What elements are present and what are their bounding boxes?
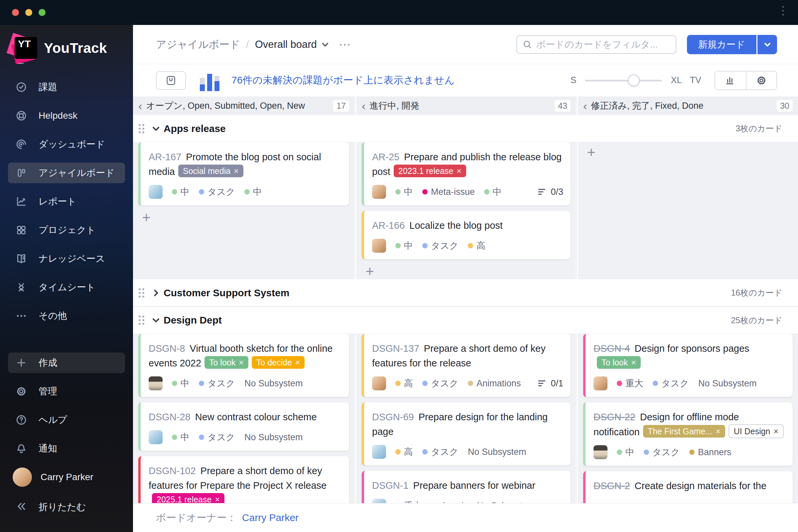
card-field[interactable]: No Subsystem [698,378,757,389]
sidebar-item-reports[interactable]: レポート [8,191,125,212]
tag-remove-icon[interactable]: × [774,426,779,437]
card-field[interactable]: No Subsystem [244,378,303,389]
add-card-button[interactable]: + [584,146,598,159]
breadcrumb-agile-boards[interactable]: アジャイルボード [156,38,240,52]
card-dsgn-8[interactable]: DSGN-8Virtual booth sketch for the onlin… [138,334,349,397]
assignee-avatar[interactable] [372,445,386,459]
add-card-button[interactable]: + [139,211,154,224]
collapse-column-icon[interactable]: ‹ [138,100,142,111]
card-size-slider-thumb[interactable] [628,75,640,87]
tag-remove-icon[interactable]: × [716,426,721,437]
tag-remove-icon[interactable]: × [457,166,461,176]
card-field[interactable]: Animations [468,378,521,389]
card-field[interactable]: 中 [244,186,262,198]
sidebar-item-agile-boards[interactable]: アジャイルボード [8,163,125,183]
card-field[interactable]: 重大 [617,377,643,390]
subtasks-counter[interactable]: 0/1 [538,378,563,389]
card-dsgn-1[interactable]: DSGN-1Prepare banners for webinar重大タスクNo… [362,471,571,503]
assignee-avatar[interactable] [149,430,163,444]
tag-remove-icon[interactable]: × [631,357,636,368]
sidebar-item-dashboards[interactable]: ダッシュボード [8,134,125,155]
board-name-selector[interactable]: Overall board [255,39,329,51]
collapse-column-icon[interactable]: ‹ [583,100,587,111]
sidebar-item-timesheets[interactable]: タイムシート [8,277,125,298]
assignee-avatar[interactable] [593,445,607,459]
board-chart-button[interactable] [715,72,746,90]
sidebar-item-knowledge-base[interactable]: ナレッジベース [8,248,125,269]
card-field[interactable]: タスク [422,377,458,390]
card-field[interactable]: タスク [422,446,458,458]
card-dsgn-69[interactable]: DSGN-69Prepare design for the landing pa… [362,402,571,466]
tag-remove-icon[interactable]: × [239,357,244,368]
card-field[interactable]: タスク [422,240,458,252]
tv-mode-button[interactable]: TV [690,75,701,86]
card-field[interactable]: タスク [653,377,689,390]
window-menu-icon[interactable]: ⋮ [777,5,789,16]
card-field[interactable]: 中 [617,446,634,458]
card-field[interactable]: No Subsystem [468,447,526,457]
sidebar-item-administration[interactable]: 管理 [8,381,125,402]
board-owner-link[interactable]: Carry Parker [242,512,299,524]
drag-handle-icon[interactable] [139,316,144,325]
card-tag[interactable]: To look× [205,356,248,369]
board-settings-button[interactable] [746,72,776,90]
collapse-swimlane-icon[interactable] [151,124,161,133]
board-more-options-icon[interactable]: ⋯ [339,38,352,52]
card-field[interactable]: 高 [468,240,486,252]
card-field[interactable]: タスク [431,500,468,503]
close-window-button[interactable] [12,9,19,16]
card-field[interactable]: 中 [172,186,190,198]
new-card-dropdown-button[interactable] [757,35,777,54]
card-field[interactable]: 中 [395,240,413,252]
card-field[interactable]: 高 [395,377,413,390]
assignee-avatar[interactable] [149,185,163,199]
minimize-window-button[interactable] [25,9,32,16]
sidebar-item-more[interactable]: その他 [8,306,125,326]
new-card-button[interactable]: 新規カード [687,35,757,54]
tag-remove-icon[interactable]: × [215,494,220,503]
card-field[interactable]: 重大 [395,500,422,503]
card-tag[interactable]: UI Design× [728,424,784,438]
add-card-button[interactable]: + [362,265,377,278]
create-button[interactable]: 作成 [8,353,125,373]
card-field[interactable]: 高 [395,446,413,458]
card-dsgn-137[interactable]: DSGN-137Prepare a short demo of key feat… [362,334,571,397]
card-field[interactable]: 中 [395,186,413,198]
expand-swimlane-icon[interactable] [151,288,161,298]
assignee-avatar[interactable] [372,239,386,253]
sidebar-item-notifications[interactable]: 通知 [8,438,125,459]
card-tag[interactable]: 2023.1 release× [394,165,466,177]
hidden-issues-link[interactable]: 76件の未解決の課題がボード上に表示されません [231,74,455,87]
card-tag[interactable]: To look× [597,356,641,369]
assignee-avatar[interactable] [372,376,386,391]
card-ar-166[interactable]: AR-166Localize the blog post中タスク高 [362,211,571,259]
sidebar-item-help[interactable]: ヘルプ [8,410,125,430]
card-field[interactable]: タスク [199,431,235,443]
assignee-avatar[interactable] [593,376,607,391]
board-progress-chart-icon[interactable] [200,70,220,91]
collapse-column-icon[interactable]: ‹ [362,100,365,111]
card-tag[interactable]: To decide× [252,356,305,369]
card-field[interactable]: タスク [199,186,235,198]
card-field[interactable]: Banners [689,447,732,457]
filter-search-box[interactable] [516,35,676,54]
card-dsgn-22[interactable]: DSGN-22Design for offline mode notificat… [583,402,793,466]
subtasks-counter[interactable]: 0/3 [538,187,563,197]
card-field[interactable]: No Subsystem [244,432,303,442]
card-tag[interactable]: 2025.1 release× [152,493,225,503]
card-tag[interactable]: The First Game...× [643,425,725,438]
filter-search-input[interactable] [536,39,670,50]
assignee-avatar[interactable] [372,499,386,503]
maximize-window-button[interactable] [39,9,45,16]
assignee-avatar[interactable] [372,185,386,199]
tag-remove-icon[interactable]: × [295,357,300,368]
card-field[interactable]: 中 [172,431,190,443]
sidebar-item-helpdesk[interactable]: Helpdesk [8,106,125,126]
card-dsgn-2[interactable]: DSGN-2Create design materials for the [583,471,793,503]
user-menu[interactable]: Carry Parker [8,468,125,487]
assignee-avatar[interactable] [149,376,163,391]
card-field[interactable]: Meta-issue [422,187,475,197]
drag-handle-icon[interactable] [139,124,144,133]
card-field[interactable]: No Subsystem [477,501,535,504]
drag-handle-icon[interactable] [139,288,144,298]
